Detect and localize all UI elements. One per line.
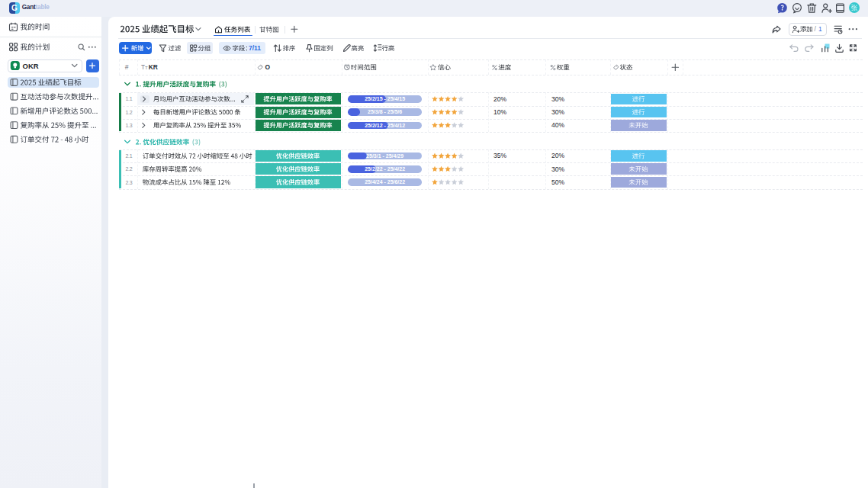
svg-text:T: T — [145, 66, 148, 71]
